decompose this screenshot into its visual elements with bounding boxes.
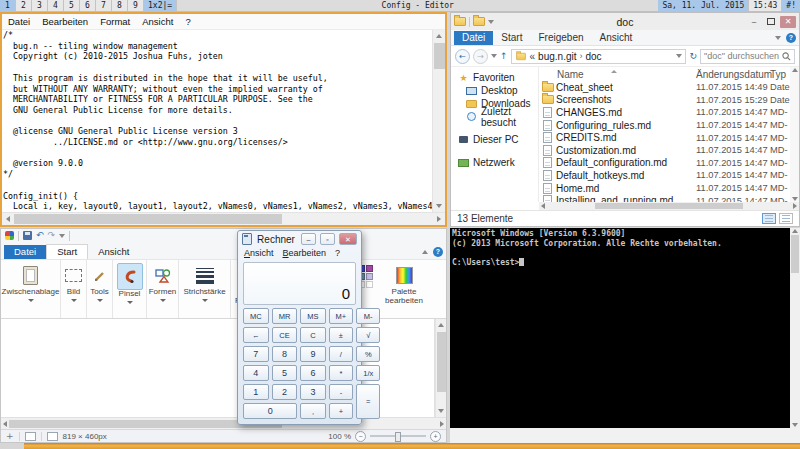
calc-button-clear[interactable]: C [300,327,325,343]
undo-icon[interactable]: ↶ [36,231,44,240]
calc-menu-help[interactable]: ? [335,248,340,258]
workspace-button-4[interactable]: 4 [48,0,64,11]
calc-button-2[interactable]: 2 [272,384,298,400]
qat-dropdown-icon[interactable] [488,20,494,24]
palette-color-swatch[interactable] [366,281,373,288]
palette-color-swatch[interactable] [366,265,373,272]
breadcrumb-item[interactable]: doc [585,51,601,62]
shapes-group[interactable]: Formen [147,260,179,318]
ribbon-expand-icon[interactable] [775,36,781,40]
zoom-slider-handle[interactable] [395,432,401,442]
editor-menu-datei[interactable]: Datei [2,16,36,27]
workspace-button-1[interactable]: 1 [0,0,16,11]
scroll-left-icon[interactable] [541,203,545,209]
help-icon[interactable]: ? [433,247,443,257]
calc-button-reciprocal[interactable]: 1/x [356,365,380,381]
calc-button-9[interactable]: 9 [300,346,325,362]
breadcrumb[interactable]: «bug.n.git›doc [511,49,687,64]
calc-button-8[interactable]: 8 [272,346,298,362]
workspace-button-7[interactable]: 7 [96,0,112,11]
calc-button-decimal[interactable]: , [300,403,325,419]
nav-item-zuletzt-besucht[interactable]: Zuletzt besucht [451,110,538,123]
nav-item-desktop[interactable]: Desktop [451,84,538,97]
calc-button-multiply[interactable]: * [329,365,354,381]
calc-button-ce[interactable]: CE [272,327,298,343]
workspace-button-2[interactable]: 2 [16,0,32,11]
canvas-horizontal-scrollbar[interactable] [1,417,446,429]
address-dropdown-icon[interactable] [676,54,682,58]
editor-menu-help[interactable]: ? [179,16,196,27]
file-row[interactable]: Installing_and_running.md11.07.2015 14:4… [539,194,790,202]
ribbon-collapse-icon[interactable] [422,250,428,254]
workspace-button-5[interactable]: 5 [64,0,80,11]
brush-group[interactable]: Pinsel [113,260,147,318]
scroll-down-icon[interactable] [435,405,446,417]
calc-button-subtract[interactable]: - [329,384,354,400]
stroke-width-group[interactable]: Strichstärke [179,260,231,318]
paint-tab-datei[interactable]: Datei [4,245,46,259]
file-row[interactable]: Home.md11.07.2015 14:47MD- [539,182,790,195]
editor-horizontal-scrollbar[interactable] [2,212,445,225]
file-row[interactable]: Default_configuration.md11.07.2015 14:47… [539,157,790,170]
close-icon[interactable]: ✕ [339,233,357,245]
calc-button-mc[interactable]: MC [243,308,269,324]
workspace-button-8[interactable]: 8 [112,0,128,11]
explorer-tab-freigeben[interactable]: Freigeben [530,31,591,45]
back-icon[interactable]: ← [455,49,470,64]
calculator-titlebar[interactable]: Rechner – ▫ ✕ [238,231,361,247]
calc-button-3[interactable]: 3 [300,384,325,400]
image-group[interactable]: Bild [61,260,87,318]
explorer-tab-start[interactable]: Start [493,31,530,45]
calc-button-ms[interactable]: MS [300,308,325,324]
scroll-up-icon[interactable] [792,229,798,233]
calc-button-m[interactable]: M+ [329,308,354,324]
scroll-down-icon[interactable] [792,197,798,201]
statusbar-time[interactable]: 15:43 [749,0,782,11]
file-row[interactable]: CHANGES.md11.07.2015 14:47MD- [539,106,790,119]
close-icon[interactable]: ✕ [780,16,796,28]
scroll-thumb[interactable] [595,203,743,209]
details-view-icon[interactable] [762,213,776,224]
paint-tab-start[interactable]: Start [46,244,88,259]
column-header-type[interactable]: Typ [770,69,790,80]
calc-menu-ansicht[interactable]: Ansicht [244,248,274,258]
breadcrumb-item[interactable]: bug.n.git [538,51,576,62]
calc-button-0[interactable]: 0 [243,403,297,419]
new-folder-icon[interactable] [473,17,485,26]
scroll-down-icon[interactable] [433,200,445,212]
scroll-left-icon[interactable] [2,213,14,225]
zoom-out-icon[interactable]: − [355,431,366,442]
editor-menu-bearbeiten[interactable]: Bearbeiten [36,16,94,27]
minimize-icon[interactable]: – [746,16,762,28]
scroll-up-icon[interactable] [433,30,445,42]
scroll-thumb[interactable] [434,43,445,69]
scroll-right-icon[interactable] [433,213,445,225]
tools-group[interactable]: Tools [87,260,113,318]
up-icon[interactable]: ↑ [500,51,508,61]
scroll-right-icon[interactable] [440,421,444,427]
cmd-text[interactable]: Microsoft Windows [Version 6.3.9600] (c)… [450,228,790,428]
scroll-left-icon[interactable] [3,421,7,427]
calc-button-divide[interactable]: / [329,346,354,362]
file-row[interactable]: CREDITS.md11.07.2015 14:47MD- [539,131,790,144]
calc-button-equals[interactable]: = [356,384,380,419]
workspace-button-3[interactable]: 3 [32,0,48,11]
calc-button-m[interactable]: M- [356,308,380,324]
qat-dropdown-icon[interactable] [59,234,65,238]
calc-button-4[interactable]: 4 [243,365,269,381]
filelist-vertical-scrollbar[interactable] [790,67,799,202]
editor-text[interactable]: /* bug.n -- tiling window management Cop… [2,30,432,212]
file-row[interactable]: Customization.md11.07.2015 14:47MD- [539,144,790,157]
statusbar-tray[interactable]: #! [782,0,800,11]
save-icon[interactable] [23,231,32,240]
scroll-thumb[interactable] [14,214,282,224]
scroll-thumb[interactable] [791,235,799,273]
calc-button-1[interactable]: 1 [243,384,269,400]
editor-vertical-scrollbar[interactable] [432,30,445,212]
nav-item-favoriten[interactable]: ★Favoriten [451,71,538,84]
nav-item-netzwerk[interactable]: Netzwerk [451,156,538,169]
calc-button-backspace[interactable]: ← [243,327,269,343]
history-dropdown-icon[interactable] [491,54,497,58]
calc-button-percent[interactable]: % [356,346,380,362]
zoom-in-icon[interactable]: + [430,431,441,442]
